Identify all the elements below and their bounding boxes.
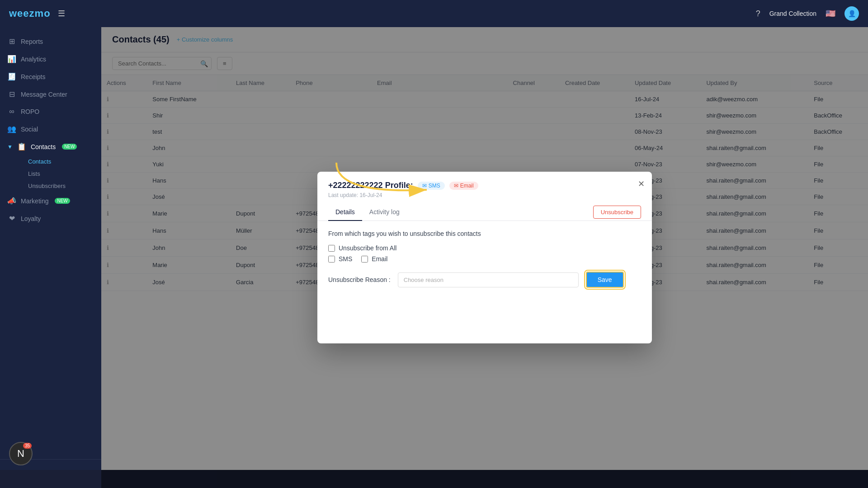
analytics-icon: 📊 — [7, 55, 16, 63]
notification-avatar[interactable]: N 35 — [9, 442, 33, 465]
email-label: Email — [372, 255, 387, 263]
submenu-unsubscribers[interactable]: Unsubscribers — [21, 180, 101, 192]
sms-checkbox-row: SMS — [328, 255, 352, 263]
sms-icon: ✉ — [422, 183, 427, 189]
app-logo: weezmo — [9, 8, 51, 19]
tab-details[interactable]: Details — [328, 204, 362, 221]
sidebar-label-ropo: ROPO — [21, 108, 39, 115]
hamburger-icon[interactable]: ☰ — [58, 9, 65, 19]
checkbox-group: Unsubscribe from All SMS Email — [328, 244, 641, 263]
modal-email-tag: ✉ Email — [449, 182, 478, 190]
modal-title: +22222222222 Profile: — [328, 181, 413, 190]
main-content: Contacts (45) + Customize columns 🔍 ≡ Ac… — [101, 27, 868, 488]
marketing-badge: NEW — [55, 198, 70, 204]
sidebar-item-loyalty[interactable]: ❤ Loyalty — [0, 210, 101, 227]
navbar: weezmo ☰ ? Grand Collection 🇺🇸 👤 — [0, 0, 868, 27]
user-avatar[interactable]: 👤 — [844, 6, 859, 21]
social-icon: 👥 — [7, 125, 16, 133]
sidebar-label-social: Social — [21, 126, 38, 133]
notification-badge: 35 — [23, 443, 32, 449]
profile-modal: +22222222222 Profile: ✉ SMS ✉ Email Last… — [317, 172, 652, 343]
sidebar-label-contacts: Contacts — [31, 143, 56, 150]
sms-checkbox[interactable] — [328, 256, 335, 263]
modal-header: +22222222222 Profile: ✉ SMS ✉ Email Last… — [317, 172, 652, 198]
company-name: Grand Collection — [769, 10, 816, 17]
sidebar-item-message-center[interactable]: ⊟ Message Center — [0, 85, 101, 103]
contacts-icon: 📋 — [17, 142, 26, 151]
reason-select[interactable]: Choose reason — [398, 272, 579, 287]
channel-checkboxes-row: SMS Email — [328, 255, 641, 263]
sidebar-label-loyalty: Loyalty — [21, 215, 41, 222]
reports-icon: ⊞ — [7, 37, 16, 46]
help-icon[interactable]: ? — [756, 9, 760, 19]
sidebar-item-social[interactable]: 👥 Social — [0, 120, 101, 138]
modal-tabs: Details Activity log Unsubscribe — [317, 204, 652, 221]
submenu-lists[interactable]: Lists — [21, 168, 101, 180]
modal-sms-tag: ✉ SMS — [418, 182, 445, 190]
sidebar: ⊞ Reports 📊 Analytics 🧾 Receipts ⊟ Messa… — [0, 27, 101, 488]
flag-icon: 🇺🇸 — [826, 9, 835, 19]
sidebar-label-receipts: Receipts — [21, 73, 45, 80]
sidebar-label-marketing: Marketing — [21, 197, 48, 205]
modal-subtitle: Last update: 16-Jul-24 — [328, 192, 641, 198]
ropo-icon: ∞ — [7, 108, 16, 116]
sms-label: SMS — [339, 255, 352, 263]
sidebar-item-reports[interactable]: ⊞ Reports — [0, 33, 101, 50]
modal-close-button[interactable]: ✕ — [638, 179, 645, 189]
message-center-icon: ⊟ — [7, 90, 16, 99]
modal-body: From which tags you wish to unsubscribe … — [317, 221, 652, 297]
sidebar-item-marketing[interactable]: 📣 Marketing NEW — [0, 192, 101, 210]
sidebar-label-analytics: Analytics — [21, 56, 46, 63]
receipts-icon: 🧾 — [7, 72, 16, 81]
save-button[interactable]: Save — [586, 272, 624, 288]
marketing-icon: 📣 — [7, 197, 16, 205]
contacts-submenu: Contacts Lists Unsubscribers — [0, 155, 101, 192]
unsubscribe-all-label: Unsubscribe from All — [339, 244, 396, 252]
modal-tab-action: Unsubscribe — [593, 206, 641, 219]
navbar-right: ? Grand Collection 🇺🇸 👤 — [756, 6, 859, 21]
unsubscribe-all-checkbox[interactable] — [328, 245, 335, 252]
modal-description: From which tags you wish to unsubscribe … — [328, 230, 641, 237]
email-icon: ✉ — [454, 183, 458, 189]
modal-title-row: +22222222222 Profile: ✉ SMS ✉ Email — [328, 181, 641, 190]
sidebar-label-reports: Reports — [21, 38, 43, 45]
email-checkbox-row: Email — [361, 255, 387, 263]
contacts-badge: NEW — [62, 144, 77, 150]
submenu-contacts[interactable]: Contacts — [21, 155, 101, 168]
sidebar-label-message-center: Message Center — [21, 91, 67, 98]
unsubscribe-button[interactable]: Unsubscribe — [593, 206, 641, 219]
sidebar-item-receipts[interactable]: 🧾 Receipts — [0, 68, 101, 85]
expand-icon: ▼ — [7, 144, 13, 150]
sidebar-item-contacts[interactable]: ▼ 📋 Contacts NEW — [0, 138, 101, 155]
unsubscribe-all-row: Unsubscribe from All — [328, 244, 641, 252]
sidebar-item-analytics[interactable]: 📊 Analytics — [0, 50, 101, 68]
loyalty-icon: ❤ — [7, 214, 16, 223]
sidebar-item-ropo[interactable]: ∞ ROPO — [0, 103, 101, 120]
email-checkbox[interactable] — [361, 256, 368, 263]
tab-activity-log[interactable]: Activity log — [362, 204, 407, 221]
reason-label: Unsubscribe Reason : — [328, 276, 391, 283]
reason-row: Unsubscribe Reason : Choose reason Save — [328, 272, 641, 288]
